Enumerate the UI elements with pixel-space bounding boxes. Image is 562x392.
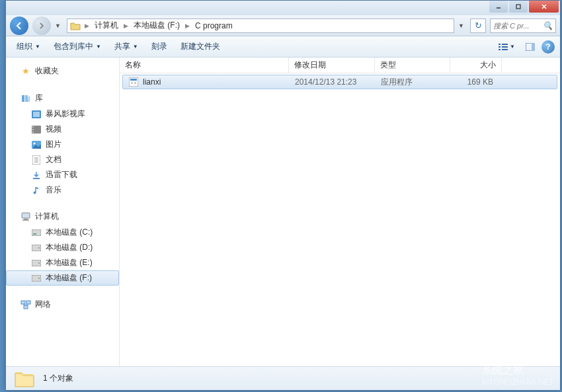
navbar: ▼ ▶ 计算机 ▶ 本地磁盘 (F:) ▶ C program ▼ ↻ 🔍 (6, 15, 560, 36)
star-icon: ★ (20, 66, 31, 77)
breadcrumb-separator[interactable]: ▶ (83, 22, 91, 29)
column-header-name[interactable]: 名称 (120, 58, 289, 73)
organize-button[interactable]: 组织 ▼ (11, 38, 46, 55)
file-list-header: 名称 修改日期 类型 大小 (120, 58, 560, 73)
file-name: lianxi (143, 77, 161, 87)
svg-rect-40 (21, 301, 25, 304)
refresh-button[interactable]: ↻ (470, 19, 486, 33)
svg-point-22 (34, 142, 36, 144)
column-header-type[interactable]: 类型 (375, 58, 450, 73)
breadcrumb[interactable]: ▶ 计算机 ▶ 本地磁盘 (F:) ▶ C program (67, 19, 454, 33)
breadcrumb-item-drive[interactable]: 本地磁盘 (F:) (130, 19, 184, 32)
svg-rect-12 (22, 95, 24, 102)
sidebar-item-label: 文档 (46, 154, 61, 165)
sidebar-item-videos[interactable]: 视频 (6, 122, 119, 137)
dropdown-arrow-icon: ▼ (133, 44, 138, 50)
minimize-button[interactable] (489, 1, 508, 13)
window-controls (489, 1, 560, 13)
sidebar-item-label: 本地磁盘 (E:) (46, 257, 93, 268)
sidebar-item-drive-e[interactable]: 本地磁盘 (E:) (6, 255, 119, 270)
sidebar-libraries-header[interactable]: 库 (6, 90, 119, 106)
file-row[interactable]: lianxi 2014/12/13 21:23 应用程序 169 KB (122, 75, 557, 89)
file-list: 名称 修改日期 类型 大小 lianxi 2014/12/13 21:23 应用… (120, 58, 560, 366)
dropdown-arrow-icon: ▼ (35, 44, 40, 50)
svg-rect-27 (33, 178, 40, 179)
nav-history-dropdown[interactable]: ▼ (55, 22, 63, 29)
burn-label: 刻录 (151, 41, 167, 52)
nav-forward-button[interactable] (32, 17, 51, 35)
svg-rect-46 (130, 79, 137, 81)
svg-rect-14 (28, 97, 30, 102)
sidebar-favorites-header[interactable]: ★ 收藏夹 (6, 63, 119, 79)
nav-back-button[interactable] (10, 17, 28, 35)
computer-label: 计算机 (35, 211, 59, 222)
sidebar-item-label: 本地磁盘 (D:) (46, 242, 93, 253)
svg-rect-41 (26, 301, 30, 304)
sidebar-item-drive-c[interactable]: 本地磁盘 (C:) (6, 225, 119, 240)
svg-rect-4 (499, 44, 501, 45)
breadcrumb-dropdown[interactable]: ▼ (458, 22, 466, 29)
favorites-label: 收藏夹 (35, 65, 59, 77)
sidebar-item-label: 迅雷下载 (46, 169, 77, 180)
drive-icon (31, 258, 42, 268)
drive-icon (31, 273, 42, 284)
dropdown-arrow-icon: ▼ (510, 44, 515, 50)
application-icon (128, 77, 139, 87)
svg-rect-7 (502, 46, 508, 48)
sidebar-item-drive-d[interactable]: 本地磁盘 (D:) (6, 240, 119, 255)
svg-rect-8 (499, 49, 501, 50)
svg-rect-20 (32, 132, 34, 133)
file-size: 169 KB (451, 77, 499, 87)
close-button[interactable] (529, 1, 559, 13)
svg-rect-1 (516, 5, 520, 9)
sidebar-item-pictures[interactable]: 图片 (6, 137, 119, 152)
video-icon (31, 124, 42, 135)
help-button[interactable]: ? (542, 40, 555, 54)
preview-pane-button[interactable] (522, 40, 539, 54)
sidebar-item-label: 音乐 (46, 184, 61, 196)
sidebar-item-label: 本地磁盘 (C:) (46, 227, 93, 238)
sidebar-item-label: 暴风影视库 (46, 108, 85, 120)
svg-rect-19 (32, 129, 34, 130)
new-folder-button[interactable]: 新建文件夹 (175, 38, 225, 55)
svg-rect-33 (33, 233, 36, 235)
folder-large-icon (14, 370, 35, 388)
file-name-cell: lianxi (123, 77, 290, 87)
svg-rect-18 (32, 126, 34, 128)
burn-button[interactable]: 刻录 (146, 38, 173, 55)
svg-rect-16 (33, 112, 40, 117)
pictures-icon (31, 139, 42, 150)
view-options-button[interactable]: ▼ (495, 40, 519, 54)
sidebar-computer-header[interactable]: 计算机 (6, 208, 119, 225)
breadcrumb-item-computer[interactable]: 计算机 (91, 19, 122, 32)
sidebar-network-header[interactable]: 网络 (6, 296, 119, 313)
search-input[interactable] (493, 22, 542, 30)
sidebar-item-documents[interactable]: 文档 (6, 152, 119, 167)
explorer-window: ▼ ▶ 计算机 ▶ 本地磁盘 (F:) ▶ C program ▼ ↻ 🔍 组织… (5, 0, 561, 391)
include-library-button[interactable]: 包含到库中 ▼ (48, 38, 106, 55)
column-header-size[interactable]: 大小 (450, 58, 502, 73)
breadcrumb-separator[interactable]: ▶ (184, 22, 191, 29)
svg-point-37 (38, 262, 40, 264)
maximize-button[interactable] (509, 1, 528, 13)
breadcrumb-separator[interactable]: ▶ (122, 22, 130, 29)
sidebar-item-baofeng[interactable]: 暴风影视库 (6, 106, 119, 122)
svg-rect-11 (532, 43, 535, 51)
include-label: 包含到库中 (54, 41, 93, 52)
sidebar-favorites-group: ★ 收藏夹 (6, 63, 119, 79)
drive-icon (31, 227, 42, 238)
breadcrumb-item-folder[interactable]: C program (191, 19, 237, 32)
share-button[interactable]: 共享 ▼ (109, 38, 143, 55)
svg-rect-9 (502, 49, 508, 50)
dropdown-arrow-icon: ▼ (96, 44, 101, 50)
svg-rect-30 (24, 219, 28, 219)
search-box[interactable]: 🔍 (490, 19, 556, 33)
sidebar-item-music[interactable]: 音乐 (6, 182, 119, 198)
video-lib-icon (31, 109, 42, 120)
sidebar-item-xunlei[interactable]: 迅雷下载 (6, 167, 119, 182)
sidebar-libraries-group: 库 暴风影视库 视频 图片 文档 (6, 90, 119, 198)
folder-icon (69, 20, 82, 31)
sidebar-item-drive-f[interactable]: 本地磁盘 (F:) (6, 270, 119, 286)
column-header-date[interactable]: 修改日期 (289, 58, 375, 73)
status-count: 1 个对象 (43, 373, 73, 384)
